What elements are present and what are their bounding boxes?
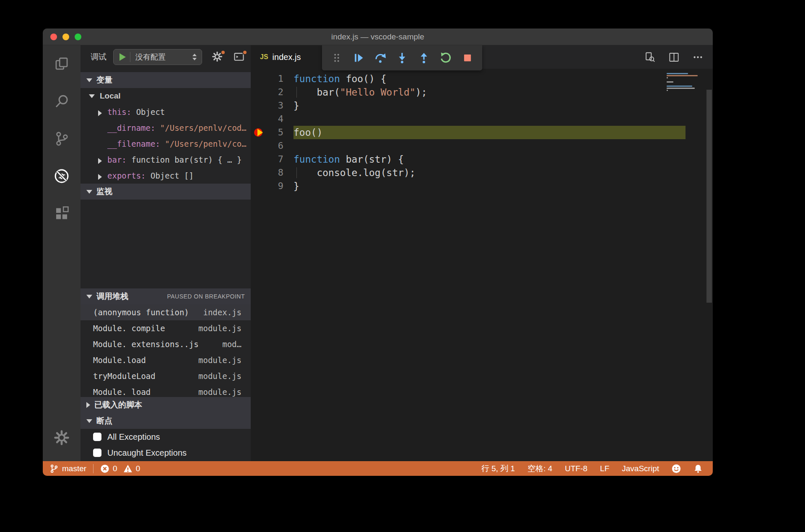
feedback-smiley-icon[interactable]	[672, 464, 681, 473]
stack-frame-row[interactable]: Module._loadmodule.js	[80, 384, 251, 397]
extensions-icon[interactable]	[43, 195, 80, 232]
breakpoint-checkbox[interactable]	[93, 433, 101, 441]
watch-title: 监视	[96, 186, 112, 197]
status-item[interactable]: LF	[600, 464, 609, 473]
variable-row[interactable]: __filename: "/Users/penlv/co…	[80, 136, 251, 152]
breakpoint-gutter[interactable]	[251, 86, 266, 99]
git-branch-status[interactable]: master	[49, 464, 86, 473]
status-item[interactable]: 空格: 4	[527, 463, 552, 474]
breakpoint-paused-icon[interactable]	[254, 128, 264, 137]
stack-frame-row[interactable]: (anonymous function)index.js	[80, 304, 251, 320]
paused-badge: PAUSED ON BREAKPOINT	[167, 293, 245, 300]
code-line[interactable]: 3}	[251, 99, 713, 112]
code-text: function foo() {	[293, 72, 387, 86]
code-line[interactable]: 5foo()	[251, 126, 713, 139]
editor-scrollbar[interactable]	[706, 90, 712, 303]
step-into-button[interactable]	[395, 51, 409, 65]
gear-badge-dot	[221, 50, 226, 55]
minimap-line	[667, 86, 692, 87]
stack-frame-row[interactable]: Module._extensions..jsmod…	[80, 336, 251, 352]
window-title: index.js — vscode-sample	[331, 32, 424, 42]
configure-gear-icon[interactable]	[211, 51, 224, 63]
breakpoint-gutter[interactable]	[251, 179, 266, 193]
breakpoint-gutter[interactable]	[251, 126, 266, 139]
toolbar-grip-handle[interactable]	[330, 51, 344, 65]
dropdown-spinner-icon	[192, 54, 197, 60]
status-item[interactable]: 行 5, 列 1	[481, 463, 515, 474]
minimize-button[interactable]	[62, 34, 69, 40]
watch-section-header[interactable]: 监视	[80, 184, 251, 200]
line-number: 2	[266, 86, 283, 99]
breakpoint-gutter[interactable]	[251, 153, 266, 166]
variable-row[interactable]: __dirname: "/Users/penlv/cod…	[80, 120, 251, 136]
variables-section-header[interactable]: 变量	[80, 72, 251, 88]
search-icon[interactable]	[43, 83, 80, 120]
continue-button[interactable]	[351, 51, 366, 65]
call-stack-section-header[interactable]: 调用堆栈 PAUSED ON BREAKPOINT	[80, 288, 251, 304]
settings-gear-icon[interactable]	[43, 419, 80, 456]
warning-count-value: 0	[136, 464, 140, 473]
line-number: 8	[266, 166, 283, 179]
status-item[interactable]: JavaScript	[622, 464, 659, 473]
minimap-line	[667, 77, 668, 78]
breakpoint-row[interactable]: Uncaught Exceptions	[80, 445, 251, 461]
debug-icon[interactable]	[43, 157, 80, 195]
code-text: console.log(str);	[293, 166, 415, 179]
breakpoint-gutter[interactable]	[251, 166, 266, 179]
chevron-right-icon	[86, 402, 90, 408]
status-separator	[93, 464, 93, 473]
code-text: bar("Hello World");	[293, 86, 427, 99]
variable-row[interactable]: exports: Object []	[80, 168, 251, 184]
close-button[interactable]	[50, 34, 57, 40]
explorer-icon[interactable]	[43, 45, 80, 83]
stop-button[interactable]	[460, 51, 475, 65]
tab-index-js[interactable]: JS index.js	[251, 45, 322, 69]
code-line[interactable]: 4	[251, 112, 713, 126]
stack-frame-row[interactable]: tryModuleLoadmodule.js	[80, 368, 251, 384]
loaded-scripts-section-header[interactable]: 已载入的脚本	[80, 397, 251, 413]
minimap[interactable]	[667, 73, 705, 92]
breakpoint-gutter[interactable]	[251, 99, 266, 112]
breakpoint-gutter[interactable]	[251, 112, 266, 126]
variable-value: Object []	[151, 171, 194, 180]
variable-row[interactable]: bar: function bar(str) { … }	[80, 152, 251, 168]
code-line[interactable]: 7function bar(str) {	[251, 153, 713, 166]
code-line[interactable]: 1function foo() {	[251, 72, 713, 86]
code-line[interactable]: 2 bar("Hello World");	[251, 86, 713, 99]
breakpoint-checkbox[interactable]	[93, 449, 101, 457]
breakpoint-gutter[interactable]	[251, 139, 266, 153]
breakpoints-body: All ExceptionsUncaught Exceptions	[80, 429, 251, 461]
debug-sidebar-toolbar: 调试 没有配置	[80, 45, 251, 69]
frame-file: module.js	[198, 356, 242, 365]
breakpoint-gutter[interactable]	[251, 72, 266, 86]
frame-file: mod…	[222, 340, 242, 349]
code-area[interactable]: 1function foo() {2 bar("Hello World");3}…	[251, 72, 713, 193]
variable-row[interactable]: this: Object	[80, 104, 251, 120]
stack-frame-row[interactable]: Module._compilemodule.js	[80, 320, 251, 336]
code-line[interactable]: 6	[251, 139, 713, 153]
more-actions-icon[interactable]	[692, 52, 704, 63]
debug-console-icon[interactable]	[233, 51, 246, 63]
zoom-button[interactable]	[75, 34, 81, 40]
code-line[interactable]: 9}	[251, 179, 713, 193]
status-item[interactable]: UTF-8	[565, 464, 587, 473]
find-in-file-icon[interactable]	[644, 52, 656, 63]
source-control-icon[interactable]	[43, 120, 80, 157]
launch-config-dropdown[interactable]: 没有配置	[113, 49, 202, 65]
warning-count[interactable]: 0	[123, 464, 140, 473]
loaded-scripts-title: 已载入的脚本	[94, 400, 142, 410]
notifications-bell-icon[interactable]	[693, 464, 703, 473]
chevron-down-icon	[86, 295, 92, 298]
start-debug-icon[interactable]	[119, 53, 126, 61]
restart-button[interactable]	[439, 51, 453, 65]
stack-frame-row[interactable]: Module.loadmodule.js	[80, 352, 251, 368]
error-count[interactable]: 0	[100, 464, 117, 473]
scope-row-local[interactable]: Local	[80, 88, 251, 104]
variable-value: Object	[136, 107, 165, 117]
step-over-button[interactable]	[373, 51, 387, 65]
breakpoints-section-header[interactable]: 断点	[80, 413, 251, 429]
breakpoint-row[interactable]: All Exceptions	[80, 429, 251, 445]
split-editor-icon[interactable]	[668, 52, 680, 63]
step-out-button[interactable]	[417, 51, 431, 65]
code-line[interactable]: 8 console.log(str);	[251, 166, 713, 179]
